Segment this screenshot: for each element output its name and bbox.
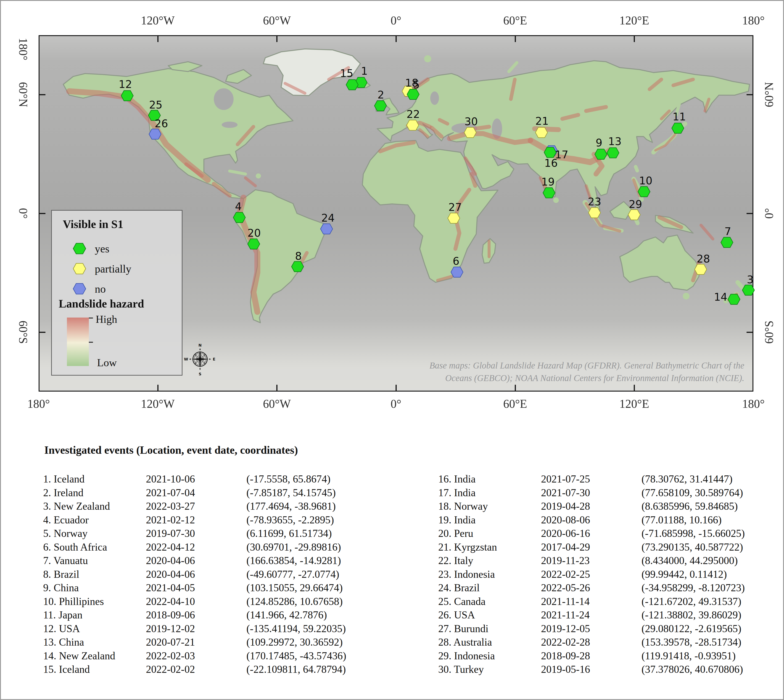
- colorbar-tick-mid: [89, 342, 93, 343]
- event-row: 20. Peru2020-06-16(-71.685998, -15.66025…: [438, 527, 781, 540]
- event-name: 28. Australia: [438, 635, 541, 649]
- event-coordinates: (8.434000, 44.295000): [641, 554, 781, 567]
- legend-hexagon-partially-icon: [73, 263, 86, 274]
- axis-top-label: 180°: [742, 14, 765, 27]
- event-name: 24. Brazil: [438, 581, 541, 595]
- event-date: 2021-07-30: [541, 486, 641, 500]
- event-row: 18. Norway2019-04-28(8.6385996, 59.84685…: [438, 499, 781, 513]
- graticule-tick: [747, 94, 753, 95]
- event-name: 27. Burundi: [438, 622, 541, 635]
- events-caption: Investigated events (Location, event dat…: [44, 444, 298, 456]
- attribution-line-2: Oceans (GEBCO); NOAA National Centers fo…: [310, 372, 744, 384]
- legend-item-label: no: [95, 283, 106, 295]
- legend-items: yes partially no: [73, 238, 131, 299]
- axis-right-label: 0°: [762, 208, 776, 219]
- event-row: 12. USA2019-12-02(-135.41194, 59.22035): [43, 622, 422, 635]
- legend-item-label: partially: [95, 262, 131, 275]
- event-date: 2022-02-25: [541, 567, 641, 581]
- event-name: 9. China: [43, 581, 146, 595]
- event-name: 20. Peru: [438, 527, 541, 540]
- hazard-legend-title: Landslide hazard: [59, 297, 144, 310]
- event-name: 19. India: [438, 513, 541, 527]
- graticule-tick: [38, 94, 45, 95]
- event-name: 6. South Africa: [43, 540, 146, 554]
- graticule-tick: [747, 332, 753, 333]
- axis-bottom-label: 180°: [27, 397, 50, 410]
- event-coordinates: (30.69701, -29.89816): [246, 540, 422, 554]
- event-row: 9. China2021-04-05(103.15055, 29.66474): [43, 581, 422, 595]
- axis-bottom-label: 120°W: [141, 397, 175, 410]
- event-row: 4. Ecuador2021-02-12(-78.93655, -2.2895): [43, 513, 422, 527]
- event-name: 11. Japan: [43, 608, 146, 622]
- event-row: 28. Australia2022-02-28(153.39578, -28.5…: [438, 635, 781, 649]
- axis-left-label: 0°: [17, 208, 30, 219]
- event-row: 22. Italy2019-11-23(8.434000, 44.295000): [438, 554, 781, 567]
- event-coordinates: (99.99442, 0.11412): [641, 567, 781, 581]
- event-row: 6. South Africa2022-04-12(30.69701, -29.…: [43, 540, 422, 554]
- event-coordinates: (124.85286, 10.67658): [246, 595, 422, 608]
- event-name: 5. Norway: [43, 527, 146, 540]
- colorbar-low-label: Low: [97, 357, 117, 369]
- attribution-line-1: Base maps: Global Landslide Hazard Map (…: [310, 359, 744, 372]
- axis-left-label: 60°N: [17, 82, 30, 107]
- basemap-attribution: Base maps: Global Landslide Hazard Map (…: [310, 359, 744, 384]
- axis-bottom-label: 60°E: [503, 397, 527, 410]
- event-coordinates: (29.080122, -2.619565): [641, 622, 781, 635]
- event-date: 2018-09-28: [541, 649, 641, 663]
- event-coordinates: (-17.5558, 65.8674): [246, 472, 422, 486]
- event-name: 30. Turkey: [438, 663, 541, 676]
- event-row: 25. Canada2021-11-14(-121.67202, 49.3153…: [438, 595, 781, 608]
- compass-n-label: N: [198, 343, 201, 347]
- event-date: 2018-09-06: [146, 608, 246, 622]
- event-name: 15. Iceland: [43, 663, 146, 676]
- event-coordinates: (177.4694, -38.9681): [246, 499, 422, 513]
- axis-left-label: 180°: [17, 38, 30, 60]
- event-name: 3. New Zealand: [43, 499, 146, 513]
- event-date: 2020-08-06: [541, 513, 641, 527]
- event-row: 10. Phillipines2022-04-10(124.85286, 10.…: [43, 595, 422, 608]
- event-coordinates: (166.63854, -14.9281): [246, 554, 422, 567]
- events-table-right: 16. India2021-07-25(78.30762, 31.41447)1…: [438, 472, 781, 676]
- event-name: 21. Kyrgzstan: [438, 540, 541, 554]
- graticule-tick: [38, 213, 45, 214]
- event-date: 2022-02-28: [541, 635, 641, 649]
- compass-rose-icon: N S W E: [183, 342, 217, 376]
- legend-hexagon-no-icon: [73, 283, 86, 295]
- event-row: 29. Indonesia2018-09-28(119.91418, -0.93…: [438, 649, 781, 663]
- event-date: 2022-03-27: [146, 499, 246, 513]
- event-coordinates: (-78.93655, -2.2895): [246, 513, 422, 527]
- event-date: 2022-02-03: [146, 649, 246, 663]
- event-name: 25. Canada: [438, 595, 541, 608]
- legend-item-partially: partially: [73, 258, 131, 279]
- event-date: 2020-04-06: [146, 554, 246, 567]
- event-name: 18. Norway: [438, 499, 541, 513]
- event-row: 17. India2021-07-30(77.658109, 30.589764…: [438, 486, 781, 500]
- graticule-tick: [276, 35, 278, 42]
- compass-s-label: S: [199, 372, 201, 376]
- axis-right-label: 60°S: [762, 320, 776, 344]
- event-date: 2021-10-06: [146, 472, 246, 486]
- event-row: 3. New Zealand2022-03-27(177.4694, -38.9…: [43, 499, 422, 513]
- event-coordinates: (141.966, 42.7876): [246, 608, 422, 622]
- graticule-tick: [634, 35, 635, 42]
- graticule-tick: [515, 385, 516, 392]
- graticule-tick: [157, 35, 158, 42]
- event-name: 17. India: [438, 486, 541, 500]
- event-row: 11. Japan2018-09-06(141.966, 42.7876): [43, 608, 422, 622]
- event-date: 2017-04-29: [541, 540, 641, 554]
- event-row: 15. Iceland2022-02-02(-22.109811, 64.787…: [43, 663, 422, 676]
- event-coordinates: (37.378026, 40.670806): [641, 663, 781, 676]
- event-date: 2022-04-10: [146, 595, 246, 608]
- event-date: 2019-12-02: [146, 622, 246, 635]
- event-date: 2022-02-02: [146, 663, 246, 676]
- compass-w-label: W: [184, 357, 188, 362]
- event-name: 14. New Zealand: [43, 649, 146, 663]
- event-name: 22. Italy: [438, 554, 541, 567]
- events-table-left: 1. Iceland2021-10-06(-17.5558, 65.8674)2…: [43, 472, 422, 676]
- event-name: 2. Ireland: [43, 486, 146, 500]
- event-date: 2021-07-25: [541, 472, 641, 486]
- event-date: 2021-02-12: [146, 513, 246, 527]
- event-date: 2020-06-16: [541, 527, 641, 540]
- event-date: 2020-04-06: [146, 567, 246, 581]
- event-coordinates: (-22.109811, 64.78794): [246, 663, 422, 676]
